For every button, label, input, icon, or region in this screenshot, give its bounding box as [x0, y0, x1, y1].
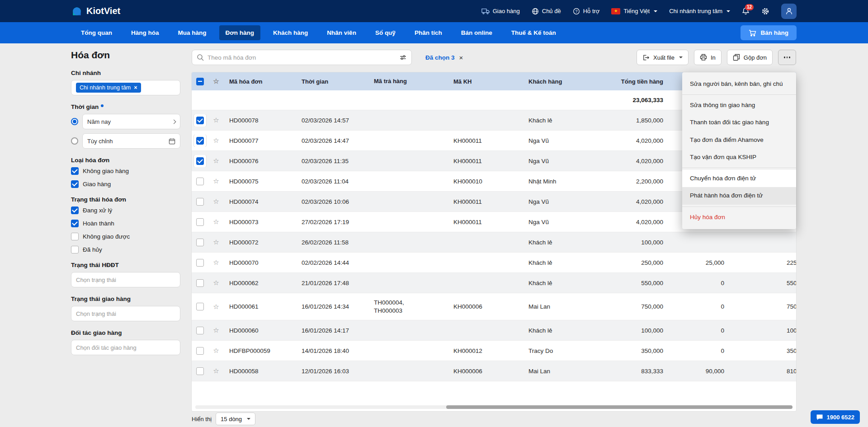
star-column-header[interactable]: ☆ — [208, 77, 224, 85]
page-size-select[interactable]: 15 dòng — [216, 413, 255, 425]
menu-item[interactable]: Tạo đơn đa điểm Ahamove — [682, 131, 796, 149]
scrollbar-thumb[interactable] — [446, 405, 793, 409]
topbar-support[interactable]: ? Hỗ trợ — [573, 8, 600, 15]
filter-option-dang-xu-ly[interactable]: Đang xử lý — [71, 206, 180, 214]
nav-tab[interactable]: Đơn hàng — [219, 25, 261, 40]
filter-option-khong-giao-duoc[interactable]: Không giao được — [71, 233, 180, 240]
row-checkbox[interactable] — [192, 175, 208, 188]
row-star-toggle[interactable]: ☆ — [208, 347, 224, 355]
branch-filter-input[interactable]: Chi nhánh trung tâm × — [71, 80, 180, 95]
time-custom-select[interactable]: Tùy chỉnh — [82, 133, 180, 149]
column-header-code[interactable]: Mã hóa đơn — [224, 78, 297, 85]
nav-tab[interactable]: Thuế & Kế toán — [505, 25, 562, 40]
filter-option-giao-hang[interactable]: Giao hàng — [71, 180, 180, 188]
table-row[interactable]: ☆HD00007226/02/2026 11:58Khách lẻ100,000 — [192, 232, 796, 253]
merge-orders-button[interactable]: Gộp đơn — [727, 50, 773, 65]
row-star-toggle[interactable]: ☆ — [208, 279, 224, 287]
nav-tab[interactable]: Mua hàng — [172, 25, 213, 40]
row-checkbox[interactable] — [192, 365, 208, 377]
row-star-toggle[interactable]: ☆ — [208, 177, 224, 185]
row-star-toggle[interactable]: ☆ — [208, 258, 224, 267]
settings-button[interactable] — [761, 7, 769, 15]
row-checkbox[interactable] — [192, 216, 208, 228]
delivery-status-input[interactable] — [71, 306, 180, 321]
app-logo[interactable]: KiotViet — [71, 5, 120, 17]
topbar-theme[interactable]: Chủ đề — [532, 8, 561, 15]
row-checkbox[interactable] — [192, 324, 208, 337]
table-row[interactable]: ☆HD00006016/01/2026 14:17Khách lẻ100,000… — [192, 320, 796, 341]
filter-option-hoan-thanh[interactable]: Hoàn thành — [71, 220, 180, 227]
nav-tab[interactable]: Khách hàng — [267, 25, 314, 40]
column-header-total[interactable]: Tổng tiền hàng — [600, 78, 668, 85]
filter-sliders-icon[interactable] — [399, 54, 407, 61]
delivery-partner-field[interactable] — [76, 344, 175, 351]
row-star-toggle[interactable]: ☆ — [208, 218, 224, 226]
branch-selector[interactable]: Chi nhánh trung tâm — [669, 8, 730, 14]
row-star-toggle[interactable]: ☆ — [208, 157, 224, 165]
nav-tab[interactable]: Tổng quan — [75, 25, 118, 40]
row-checkbox[interactable] — [192, 277, 208, 289]
time-preset-radio[interactable] — [71, 118, 78, 125]
menu-item[interactable]: Thanh toán đối tác giao hàng — [682, 114, 796, 131]
row-star-toggle[interactable]: ☆ — [208, 367, 224, 375]
table-row[interactable]: ☆HD00006116/01/2026 14:34TH000004, TH000… — [192, 293, 796, 320]
row-star-toggle[interactable]: ☆ — [208, 238, 224, 246]
sell-button[interactable]: Bán hàng — [741, 25, 797, 40]
row-checkbox[interactable] — [192, 135, 208, 147]
table-row[interactable]: ☆HD00007002/02/2026 14:44Khách lẻ250,000… — [192, 253, 796, 273]
delivery-partner-input[interactable] — [71, 340, 180, 355]
filter-option-da-huy[interactable]: Đã hủy — [71, 246, 180, 253]
nav-tab[interactable]: Nhân viên — [321, 25, 363, 40]
menu-item[interactable]: Sửa người bán, kênh bán, ghi chú — [682, 75, 796, 93]
table-row[interactable]: ☆HD00006221/01/2026 17:48Khách lẻ550,000… — [192, 273, 796, 293]
column-header-customer[interactable]: Khách hàng — [524, 78, 600, 85]
row-star-toggle[interactable]: ☆ — [208, 136, 224, 145]
menu-item[interactable]: Chuyển hóa đơn điện tử — [682, 170, 796, 187]
row-checkbox[interactable] — [192, 236, 208, 249]
menu-item[interactable]: Tạo vận đơn qua KSHIP — [682, 149, 796, 166]
column-header-customer-code[interactable]: Mã KH — [448, 78, 524, 85]
menu-item[interactable]: Phát hành hóa đơn điện tử — [682, 187, 796, 204]
table-row[interactable]: ☆HDFBP00005914/01/2026 18:40KH000012Trac… — [192, 341, 796, 361]
column-header-return[interactable]: Mã trả hàng — [369, 78, 448, 85]
selection-count-label[interactable]: Đã chọn 3 — [425, 54, 455, 61]
row-star-toggle[interactable]: ☆ — [208, 303, 224, 311]
select-all-checkbox[interactable] — [192, 78, 208, 85]
nav-tab[interactable]: Hàng hóa — [125, 25, 165, 40]
row-checkbox[interactable] — [192, 345, 208, 357]
branch-filter-tag[interactable]: Chi nhánh trung tâm × — [76, 83, 141, 93]
support-hotline-button[interactable]: 1900 6522 — [811, 410, 860, 424]
search-input[interactable] — [208, 54, 396, 61]
row-star-toggle[interactable]: ☆ — [208, 116, 224, 124]
nav-tab[interactable]: Sổ quỹ — [369, 25, 402, 40]
einvoice-status-input[interactable] — [71, 272, 180, 287]
export-button[interactable]: Xuất file — [637, 50, 689, 65]
filter-option-khong-giao-hang[interactable]: Không giao hàng — [71, 167, 180, 175]
time-preset-select[interactable]: Năm nay — [82, 114, 180, 129]
time-custom-radio[interactable] — [71, 137, 78, 145]
row-checkbox[interactable] — [192, 155, 208, 167]
remove-branch-tag-icon[interactable]: × — [134, 84, 137, 91]
column-header-time[interactable]: Thời gian — [297, 78, 369, 85]
notification-bell[interactable]: 12 — [742, 7, 750, 15]
menu-item[interactable]: Hủy hóa đơn — [682, 209, 796, 226]
language-selector[interactable]: ★ Tiếng Việt — [611, 8, 657, 14]
row-checkbox[interactable] — [192, 196, 208, 208]
row-checkbox[interactable] — [192, 257, 208, 269]
topbar-delivery[interactable]: Giao hàng — [481, 8, 520, 14]
einvoice-status-field[interactable] — [76, 277, 175, 283]
more-actions-button[interactable] — [778, 50, 796, 65]
menu-item[interactable]: Sửa thông tin giao hàng — [682, 97, 796, 114]
print-button[interactable]: In — [694, 50, 722, 65]
table-row[interactable]: ☆HD00005812/01/2026 16:03KH000006Mai Lan… — [192, 361, 796, 381]
row-star-toggle[interactable]: ☆ — [208, 326, 224, 334]
row-checkbox[interactable] — [192, 114, 208, 127]
search-box[interactable] — [192, 50, 412, 65]
clear-selection-icon[interactable]: × — [459, 54, 463, 61]
user-menu-button[interactable] — [781, 4, 797, 19]
nav-tab[interactable]: Bán online — [455, 25, 499, 40]
row-star-toggle[interactable]: ☆ — [208, 197, 224, 206]
delivery-status-field[interactable] — [76, 310, 175, 317]
row-checkbox[interactable] — [192, 300, 208, 313]
nav-tab[interactable]: Phân tích — [408, 25, 448, 40]
